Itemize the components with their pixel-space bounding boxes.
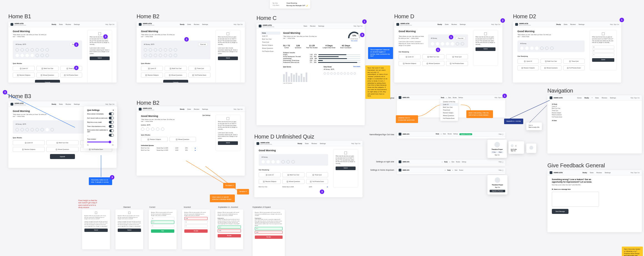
quiz-next[interactable]: Next <box>151 229 174 233</box>
sticky-b2b-3: Used colour or warmth scheme to develop … <box>210 194 235 202</box>
upgrade-pill[interactable]: Upgrade a Premium <box>459 133 472 135</box>
marker-1: 1 <box>74 42 79 47</box>
mockup-home-du: ABMS-UCNAmerican Board Exams StudyStatsR… <box>254 141 363 197</box>
mockup-navigation: ABMS-UCN HomeStudy▾StatsReviewSettings H… <box>547 95 642 153</box>
view-details-link[interactable]: View details <box>348 40 360 42</box>
sticky-nav-r: slash: real pricing. I like the call to … <box>466 110 493 118</box>
frame-label-home-b2b: Home B2 <box>137 100 159 106</box>
avatar <box>494 142 500 147</box>
nav-review: Review <box>66 24 71 25</box>
quiz-settings-modal[interactable]: Quiz Settings× Show solution immediately… <box>84 106 117 149</box>
time-greeting-tooltip: 5p-11pGood Evening 11p-4amBurning the Mi… <box>270 0 310 9</box>
frame-label-home-du: Home D Unfinished Quiz <box>254 134 314 140</box>
quiz-card-incorrect: A patient: Who do you provide to all, en… <box>182 209 210 249</box>
streak-pod: All Survey 20/75Free trial <box>13 40 82 59</box>
timer-slider[interactable] <box>87 142 114 142</box>
frame-label-home-b2: Home B2 <box>137 13 159 20</box>
upgrade-button[interactable]: Upgrade <box>35 80 60 83</box>
sidebar-build: Build Your Own <box>261 38 280 41</box>
top-nav-expanded[interactable]: HomeStudy▾StatsReviewSettings <box>577 97 616 99</box>
send-button[interactable]: Send Message <box>552 209 568 214</box>
svg-line-5 <box>527 105 547 125</box>
sidebar-quick10: Quick 10 <box>261 35 280 38</box>
study-dropdown[interactable]: Question of the DayQuick 10Build Your Ow… <box>440 99 458 121</box>
mockup-home-d: ABMS-UCNAmerican Board Exams StudyStatsR… <box>394 22 502 83</box>
sticky-b2b-2: Iteration 4 <box>237 189 249 194</box>
nav-stats: Stats <box>59 24 63 25</box>
brand: ABMS-UCNAmerican Board Exams <box>11 23 26 26</box>
profile-popover-2[interactable]: Theodore Proper Sign Out Upgrade a Premi… <box>487 175 507 194</box>
nav-study: Study <box>52 24 56 25</box>
score-gauge: 72% <box>348 32 360 38</box>
strip-set-dd: ABMS-UCN ✶Study▾StatsReview Help ◯ <box>397 168 505 174</box>
quiz-card-correct: A patient: Who do you provide to all, en… <box>149 209 177 249</box>
sticky-b2b-1: Numbers 3 <box>223 183 236 188</box>
strip-label-set-right: Settings on right side <box>369 161 394 163</box>
frame-label-home-b1: Home B1 <box>8 13 31 20</box>
frame-label-home-d: Home D <box>394 13 414 20</box>
quiz-submit[interactable]: Submit <box>118 229 141 232</box>
top-nav[interactable]: Study Stats Review Settings <box>52 24 80 25</box>
qotd-submit[interactable]: Submit <box>90 57 110 60</box>
quiz-scores-barchart <box>283 69 320 82</box>
profile-popover[interactable]: Theodore Proper 3 Day Major Sign Out <box>487 140 507 158</box>
sidebar-full: Full Practice Exam <box>261 50 280 53</box>
qotd-card: When was the last time you gave an accur… <box>87 30 112 83</box>
quiz-card-exp-short: A patient: Who do you provide to all, en… <box>215 209 243 249</box>
marker-2: 2 <box>74 66 79 70</box>
marker-3b: 3 <box>3 90 7 94</box>
frame-label-home-d2: Home D2 <box>513 13 536 20</box>
sticky-navy: Upgrade a + survey <box>504 119 523 124</box>
frame-label-navigation: Navigation <box>547 88 573 94</box>
switch[interactable] <box>109 112 114 115</box>
sticky-fb: Next: Accuracy tested or following; e.g.… <box>622 247 643 256</box>
marker-b2-2: 2 <box>184 37 189 42</box>
quiz-card-plain: A patient: Who do you provide to all, en… <box>82 209 110 249</box>
missed-button[interactable]: Missed Questions <box>36 73 58 78</box>
mockup-home-b1: ABMS-UCNAmerican Board Exams Study Stats… <box>8 22 117 83</box>
strip-label-set-dd: Settings in Home dropdown <box>369 169 394 171</box>
random-button[interactable]: Random Subjects <box>13 73 35 78</box>
quick10-button[interactable]: Quick 10 <box>13 66 35 71</box>
strip-set-right: ABMS-UCN ✶Study▾StatsReviewSettings Help… <box>397 160 505 166</box>
nav-settings: Settings <box>74 24 80 25</box>
sticky-home-c: Next: Not sure if I was interested, but … <box>365 65 390 99</box>
sidebar-home: Home <box>261 32 280 35</box>
quote: "Start where you are. Use what you have.… <box>13 34 49 38</box>
quiz-row-note: Fixed height so that the size doesn't ge… <box>78 199 100 209</box>
marker-3: 3 <box>103 34 108 39</box>
mockup-home-d2: ABMS-UCNAmerican Board Exams StudyStatsR… <box>513 22 621 83</box>
frame-label-home-b3: Home B3 <box>8 93 31 99</box>
full-practice-button[interactable]: Full Practice Exam <box>60 73 82 78</box>
sticky-nav-l: Likewise now to incorporate quick slots <box>396 115 418 123</box>
mockup-home-b2: ABMS-UCNAmerican Board Exams StudyStatsR… <box>137 22 245 83</box>
sidebar-random: Random Subjects <box>261 44 280 47</box>
nav-home: Home <box>577 97 582 99</box>
frame-label-feedback: Give Feedback General <box>547 162 605 169</box>
sticky-b3: Absolutely nailed as an idea. 5 people i… <box>89 177 112 185</box>
sticky-encourage: 'Encouragement' depends on several toggl… <box>368 47 393 59</box>
quiz-card-standard: A patient: Who do you provide to all, en… <box>115 209 143 249</box>
sidebar-missed: Missed Questions <box>261 47 280 50</box>
timed-button[interactable]: Timed Quiz <box>60 66 82 71</box>
quiz-card-exp-expand: A patient: Who do you provide to all, en… <box>253 209 285 256</box>
mockup-feedback: ABMS-UCN StudyStatsReviewSettings Help S… <box>547 170 642 232</box>
mockup-home-c: ABMS-UCNAmerican Board Exams StatsReview… <box>256 23 365 125</box>
section-quiz-modes: Quiz Modes <box>13 63 82 64</box>
modal-close[interactable]: × <box>113 109 114 111</box>
build-button[interactable]: Build Your Own <box>36 66 58 71</box>
quiz-retake[interactable]: Re‑take <box>184 229 208 233</box>
sidebar-timed: Timed Quiz <box>261 41 280 44</box>
strip-badges: ABMS-UCN Study▾StatsReviewSettingsUpgrad… <box>397 132 505 139</box>
qotd-icon <box>98 32 101 35</box>
greeting: Good Morning <box>13 30 82 33</box>
mockup-home-b2b: ABMS-UCNAmerican Board Exams StudyStatsR… <box>137 106 245 176</box>
popover-upgrade[interactable]: Upgrade a Premium <box>490 190 505 192</box>
svg-line-4 <box>505 100 550 121</box>
strip-label-badges: Name/Badges/Sign Out Idea <box>369 134 394 135</box>
feedback-headline: Something wrong? Love a feature? See an … <box>552 178 599 183</box>
sidebar[interactable]: Home Quick 10 Build Your Own Timed Quiz … <box>261 32 280 84</box>
frame-label-home-c: Home C <box>256 15 276 21</box>
stats-row: 51 / 72Correct 126Questions 11:25Total T… <box>283 44 360 48</box>
feedback-textarea[interactable] <box>552 192 599 207</box>
